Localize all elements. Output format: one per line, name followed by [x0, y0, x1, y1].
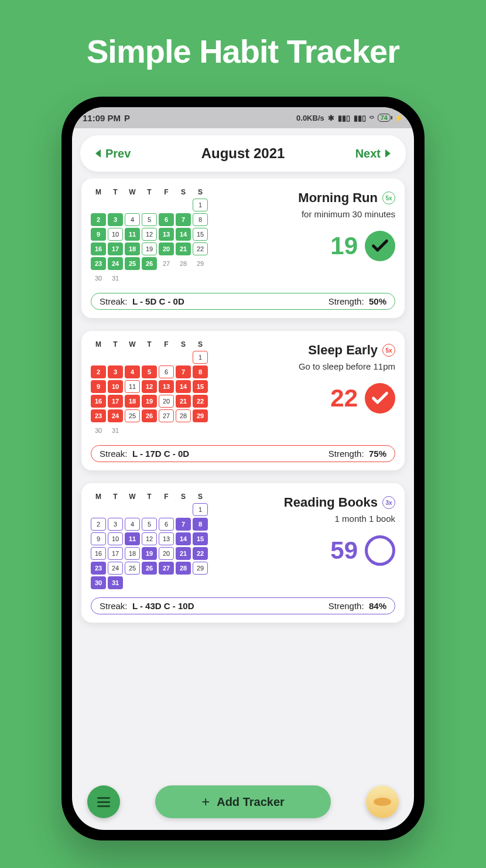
calendar-day[interactable]: 5: [142, 213, 157, 226]
calendar-day[interactable]: 7: [176, 365, 191, 378]
calendar-day[interactable]: 30: [91, 272, 106, 285]
calendar-day[interactable]: 13: [159, 532, 174, 545]
calendar-day[interactable]: 28: [176, 257, 191, 270]
calendar-day[interactable]: 16: [91, 547, 106, 560]
calendar-day[interactable]: 17: [108, 395, 123, 408]
calendar-day[interactable]: 24: [108, 562, 123, 575]
calendar-day[interactable]: 2: [91, 213, 106, 226]
calendar-day[interactable]: 22: [193, 547, 208, 560]
calendar-day[interactable]: 31: [108, 272, 123, 285]
calendar-day[interactable]: 28: [176, 409, 191, 422]
add-tracker-button[interactable]: + Add Tracker: [155, 785, 331, 818]
calendar-day[interactable]: 20: [159, 242, 174, 255]
calendar-day[interactable]: 15: [193, 532, 208, 545]
calendar-day[interactable]: 7: [176, 518, 191, 531]
calendar-day[interactable]: 8: [193, 518, 208, 531]
check-button[interactable]: [365, 383, 395, 414]
calendar-day[interactable]: 21: [176, 242, 191, 255]
calendar-day[interactable]: 1: [193, 503, 208, 516]
calendar-day[interactable]: 24: [108, 257, 123, 270]
calendar-day[interactable]: 6: [159, 365, 174, 378]
calendar-day[interactable]: 14: [176, 228, 191, 241]
check-button[interactable]: [365, 231, 395, 261]
calendar-day[interactable]: 12: [142, 380, 157, 393]
calendar-day[interactable]: 28: [176, 562, 191, 575]
calendar-day[interactable]: 11: [125, 532, 140, 545]
calendar-day[interactable]: 10: [108, 380, 123, 393]
calendar-day[interactable]: 21: [176, 395, 191, 408]
calendar-day[interactable]: 30: [91, 424, 106, 437]
calendar-day[interactable]: 27: [159, 257, 174, 270]
prev-button[interactable]: Prev: [95, 147, 131, 160]
calendar-day[interactable]: 10: [108, 228, 123, 241]
calendar-day[interactable]: 29: [193, 409, 208, 422]
calendar-day[interactable]: 16: [91, 395, 106, 408]
calendar-day[interactable]: 5: [142, 518, 157, 531]
calendar-day[interactable]: 14: [176, 380, 191, 393]
habit-card[interactable]: MTWTFSS123456789101112131415161718192021…: [81, 179, 405, 318]
calendar-day[interactable]: 30: [91, 576, 106, 589]
calendar-day[interactable]: 25: [125, 409, 140, 422]
calendar-day[interactable]: 13: [159, 228, 174, 241]
calendar-day[interactable]: 23: [91, 257, 106, 270]
calendar-day[interactable]: 19: [142, 395, 157, 408]
calendar-day[interactable]: 23: [91, 409, 106, 422]
calendar-day[interactable]: 25: [125, 257, 140, 270]
calendar-day[interactable]: 19: [142, 547, 157, 560]
calendar-day[interactable]: 15: [193, 380, 208, 393]
calendar-day[interactable]: 11: [125, 380, 140, 393]
calendar-day[interactable]: 3: [108, 518, 123, 531]
calendar-day[interactable]: 23: [91, 562, 106, 575]
calendar-day[interactable]: 26: [142, 257, 157, 270]
calendar-day[interactable]: 10: [108, 532, 123, 545]
calendar-day[interactable]: 5: [142, 365, 157, 378]
calendar-day[interactable]: 4: [125, 518, 140, 531]
calendar-day[interactable]: 18: [125, 242, 140, 255]
next-button[interactable]: Next: [355, 147, 391, 160]
calendar-day[interactable]: 15: [193, 228, 208, 241]
calendar-day[interactable]: 13: [159, 380, 174, 393]
calendar-day[interactable]: 11: [125, 228, 140, 241]
calendar-day[interactable]: 4: [125, 213, 140, 226]
calendar-day[interactable]: 9: [91, 380, 106, 393]
calendar-day[interactable]: 27: [159, 409, 174, 422]
calendar-day[interactable]: 1: [193, 351, 208, 364]
menu-button[interactable]: [87, 785, 120, 818]
calendar-day[interactable]: 2: [91, 518, 106, 531]
calendar-day[interactable]: 17: [108, 242, 123, 255]
calendar-day[interactable]: 14: [176, 532, 191, 545]
calendar-day[interactable]: 29: [193, 257, 208, 270]
calendar-day[interactable]: 21: [176, 547, 191, 560]
calendar-day[interactable]: 9: [91, 228, 106, 241]
calendar-day[interactable]: 31: [108, 424, 123, 437]
calendar-day[interactable]: 12: [142, 228, 157, 241]
calendar-day[interactable]: 3: [108, 213, 123, 226]
calendar-day[interactable]: 22: [193, 395, 208, 408]
calendar-day[interactable]: 26: [142, 409, 157, 422]
calendar-day[interactable]: 7: [176, 213, 191, 226]
calendar-day[interactable]: 29: [193, 562, 208, 575]
calendar-day[interactable]: 2: [91, 365, 106, 378]
calendar-day[interactable]: 17: [108, 547, 123, 560]
calendar-day[interactable]: 27: [159, 562, 174, 575]
calendar-day[interactable]: 18: [125, 547, 140, 560]
calendar-day[interactable]: 25: [125, 562, 140, 575]
calendar-day[interactable]: 19: [142, 242, 157, 255]
calendar-day[interactable]: 22: [193, 242, 208, 255]
calendar-day[interactable]: 31: [108, 576, 123, 589]
calendar-day[interactable]: 20: [159, 547, 174, 560]
habit-card[interactable]: MTWTFSS123456789101112131415161718192021…: [81, 483, 405, 623]
calendar-day[interactable]: 3: [108, 365, 123, 378]
calendar-day[interactable]: 1: [193, 199, 208, 211]
calendar-day[interactable]: 8: [193, 213, 208, 226]
calendar-day[interactable]: 4: [125, 365, 140, 378]
check-button[interactable]: [365, 535, 395, 566]
calendar-day[interactable]: 20: [159, 395, 174, 408]
calendar-day[interactable]: 24: [108, 409, 123, 422]
calendar-day[interactable]: 6: [159, 518, 174, 531]
calendar-day[interactable]: 8: [193, 365, 208, 378]
calendar-day[interactable]: 16: [91, 242, 106, 255]
habit-card[interactable]: MTWTFSS123456789101112131415161718192021…: [81, 331, 405, 470]
calendar-day[interactable]: 12: [142, 532, 157, 545]
calendar-day[interactable]: 9: [91, 532, 106, 545]
